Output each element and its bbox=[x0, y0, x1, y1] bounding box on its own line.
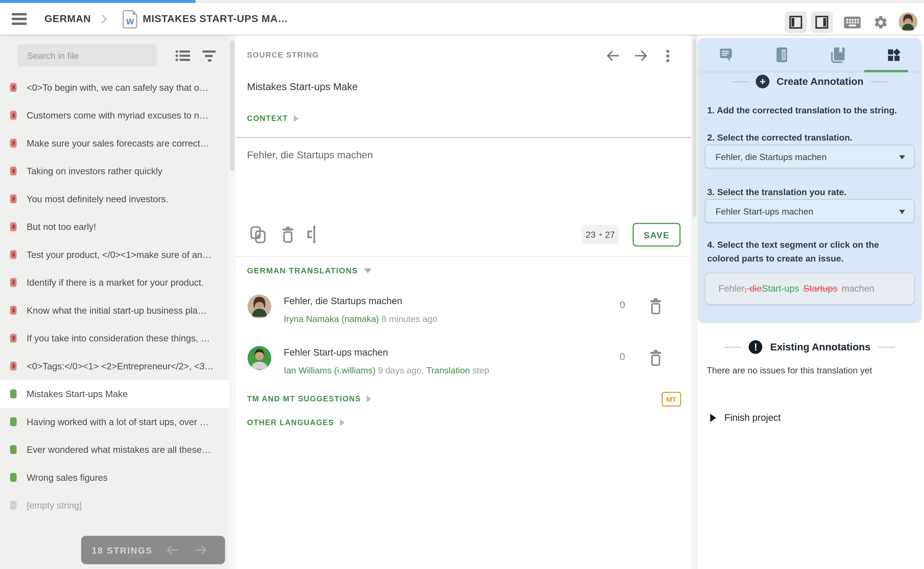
tm-mt-suggestions-toggle[interactable]: TM AND MT SUGGESTIONS bbox=[247, 394, 372, 403]
status-badge bbox=[10, 334, 17, 343]
list-item[interactable]: Ever wondered what mistakes are all thes… bbox=[0, 436, 229, 464]
list-item[interactable]: You most definitely need investors. bbox=[0, 185, 229, 213]
translation-input[interactable]: Fehler, die Startups machen bbox=[247, 149, 373, 161]
delete-icon[interactable] bbox=[649, 350, 663, 366]
scrollbar-thumb[interactable] bbox=[230, 40, 235, 171]
status-badge bbox=[10, 111, 17, 120]
top-toolbar: GERMAN W MISTAKES START-UPS MA… bbox=[0, 3, 924, 35]
list-item[interactable]: Wrong sales figures bbox=[0, 464, 229, 491]
list-item[interactable]: But not too early! bbox=[0, 213, 229, 241]
list-item[interactable]: Identify if there is a market for your p… bbox=[0, 269, 229, 297]
user-avatar[interactable] bbox=[899, 12, 918, 32]
previous-string-icon[interactable] bbox=[606, 49, 620, 62]
divider-dash bbox=[871, 81, 887, 82]
existing-annotations-title: Existing Annotations bbox=[770, 341, 871, 353]
context-toggle[interactable]: CONTEXT bbox=[247, 114, 299, 123]
german-translations-toggle[interactable]: GERMAN TRANSLATIONS bbox=[247, 266, 371, 275]
segment-removed-text[interactable]: , die bbox=[744, 283, 762, 294]
rated-translation-dropdown[interactable]: Fehler Start-ups machen bbox=[705, 199, 915, 223]
no-issues-text: There are no issues for this translation… bbox=[707, 365, 872, 375]
list-item[interactable]: Make sure your sales forecasts are corre… bbox=[0, 129, 229, 157]
list-item[interactable]: Test your product, </0><1>make sure of a… bbox=[0, 240, 229, 269]
translation-meta: Iryna Namaka (namaka) 8 minutes ago bbox=[284, 313, 437, 324]
settings-gear-icon[interactable] bbox=[873, 15, 888, 30]
step-4-label: 4. Select the text segment or click on t… bbox=[707, 238, 916, 265]
status-badge bbox=[10, 139, 17, 148]
other-languages-toggle[interactable]: OTHER LANGUAGES bbox=[247, 418, 345, 427]
tab-comments[interactable] bbox=[698, 38, 754, 72]
tab-document[interactable] bbox=[754, 38, 810, 72]
plus-circle-icon: + bbox=[756, 75, 769, 88]
list-item[interactable]: Customers come with myriad excuses to n… bbox=[0, 102, 229, 129]
filter-icon[interactable] bbox=[203, 50, 216, 62]
copy-source-icon[interactable] bbox=[250, 226, 267, 244]
list-item[interactable]: [empty string] bbox=[0, 491, 229, 519]
list-item[interactable]: <0>To begin with, we can safely say that… bbox=[0, 73, 229, 102]
app-window: GERMAN W MISTAKES START-UPS MA… <0>To be… bbox=[0, 0, 924, 569]
author-link[interactable]: Ian Williams (i.williams) bbox=[284, 365, 376, 375]
next-string-icon[interactable] bbox=[634, 49, 648, 62]
editor-panel: SOURCE STRING Mistakes Start-ups Make CO… bbox=[236, 34, 698, 569]
vote-count: 0 bbox=[619, 300, 625, 311]
divider bbox=[236, 256, 698, 257]
keyboard-shortcuts-icon[interactable] bbox=[844, 16, 861, 29]
list-item[interactable]: Having worked with a lot of start ups, o… bbox=[0, 408, 229, 436]
dropdown-caret-icon bbox=[899, 210, 905, 214]
active-tab-indicator bbox=[864, 70, 908, 72]
prev-page-icon[interactable] bbox=[165, 544, 179, 556]
layout-right-panel-button[interactable] bbox=[811, 11, 833, 33]
tab-annotations-active[interactable] bbox=[866, 38, 922, 72]
expand-right-icon bbox=[294, 115, 299, 122]
list-item-selected[interactable]: Mistakes Start-ups Make bbox=[0, 380, 229, 408]
finish-project-toggle[interactable]: Finish project bbox=[710, 412, 781, 423]
workflow-step-link[interactable]: Translation bbox=[426, 365, 470, 375]
status-badge bbox=[10, 473, 17, 482]
mt-badge: MT bbox=[662, 392, 681, 407]
diff-segment-box[interactable]: Fehler, dieStart-upsStartupsmachen bbox=[705, 272, 915, 305]
segment-removed-text[interactable]: Startups bbox=[803, 283, 837, 294]
divider-dash bbox=[725, 346, 741, 348]
divider bbox=[236, 137, 698, 138]
doc-corner-fold bbox=[133, 10, 137, 15]
status-badge bbox=[10, 250, 17, 259]
status-badge bbox=[10, 195, 17, 204]
strings-sidebar: <0>To begin with, we can safely say that… bbox=[0, 34, 229, 569]
divider-dash bbox=[878, 346, 895, 348]
author-link[interactable]: Iryna Namaka (namaka) bbox=[284, 313, 379, 324]
editor-scrollbar[interactable] bbox=[691, 34, 698, 569]
progress-bar bbox=[0, 0, 196, 3]
text-cursor-icon[interactable] bbox=[306, 225, 322, 244]
translation-text: Fehler, die Startups machen bbox=[284, 296, 402, 307]
menu-icon[interactable] bbox=[12, 13, 27, 27]
layout-left-panel-button[interactable] bbox=[785, 11, 807, 33]
corrected-translation-dropdown[interactable]: Fehler, die Startups machen bbox=[705, 145, 915, 168]
list-item[interactable]: <0>Tags:</0><1> <2>Entrepreneur</2>, <3… bbox=[0, 352, 229, 380]
search-box bbox=[18, 44, 157, 67]
comment-icon bbox=[718, 47, 733, 62]
step-1-label: 1. Add the corrected translation to the … bbox=[707, 103, 916, 117]
list-item[interactable]: If you take into consideration these thi… bbox=[0, 324, 229, 352]
translation-text: Fehler Start-ups machen bbox=[284, 347, 388, 358]
more-options-icon[interactable] bbox=[666, 50, 669, 62]
save-button[interactable]: SAVE bbox=[633, 223, 681, 246]
create-annotation-card: + Create Annotation 1. Add the corrected… bbox=[698, 38, 922, 323]
list-item[interactable]: Taking on investors rather quickly bbox=[0, 157, 229, 185]
delete-icon[interactable] bbox=[649, 298, 663, 315]
status-badge bbox=[10, 501, 17, 510]
breadcrumb-language[interactable]: GERMAN bbox=[44, 13, 91, 25]
sidebar-scrollbar[interactable] bbox=[229, 34, 236, 569]
segment-kept-text[interactable]: machen bbox=[842, 283, 874, 294]
source-string-label: SOURCE STRING bbox=[247, 50, 319, 59]
segment-added-text[interactable]: Start-ups bbox=[762, 283, 799, 294]
next-page-icon[interactable] bbox=[194, 544, 207, 556]
delete-translation-icon[interactable] bbox=[281, 227, 295, 243]
create-annotation-title: Create Annotation bbox=[777, 76, 863, 87]
breadcrumb-document-title[interactable]: MISTAKES START-UPS MA… bbox=[143, 13, 288, 25]
status-badge bbox=[10, 278, 17, 287]
segment-kept-text[interactable]: Fehler bbox=[719, 283, 745, 294]
scrollbar-thumb[interactable] bbox=[692, 39, 697, 217]
list-view-icon[interactable] bbox=[175, 50, 191, 62]
search-input[interactable] bbox=[18, 44, 157, 67]
list-item[interactable]: Know what the initial start-up business … bbox=[0, 297, 229, 324]
tab-glossary[interactable] bbox=[810, 38, 866, 72]
